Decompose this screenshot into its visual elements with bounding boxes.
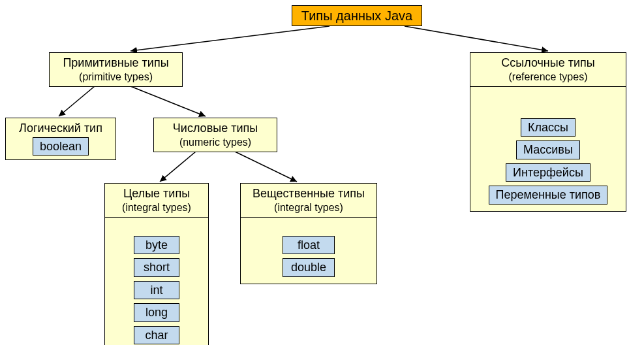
node-floating: Вещественные типы (integral types) float… [240,183,377,284]
node-primitive: Примитивные типы (primitive types) [49,52,183,87]
leaf-double: double [283,258,335,277]
node-integral-title: Целые типы [123,187,190,200]
leaf-classes: Классы [521,118,575,137]
node-floating-header: Вещественные типы (integral types) [241,184,376,217]
node-root-title: Типы данных Java [301,8,412,24]
node-numeric-header: Числовые типы (numeric types) [154,118,277,152]
node-primitive-header: Примитивные типы (primitive types) [50,53,182,86]
node-integral: Целые типы (integral types) byte short i… [104,183,209,345]
leaf-short: short [134,258,179,277]
leaf-float: float [283,236,335,255]
diagram-canvas: Типы данных Java Примитивные типы (primi… [0,0,644,345]
leaf-boolean: boolean [33,137,89,156]
node-reference-body: Классы Массивы Интерфейсы Переменные тип… [470,87,626,211]
node-root: Типы данных Java [292,5,422,26]
leaf-byte: byte [134,236,179,255]
node-floating-subtitle: (integral types) [246,201,371,214]
node-numeric-subtitle: (numeric types) [159,136,271,149]
svg-line-2 [59,86,95,116]
node-numeric-title: Числовые типы [173,122,258,135]
leaf-long: long [134,303,179,322]
svg-line-1 [405,26,548,51]
node-reference-subtitle: (reference types) [476,71,621,84]
svg-line-5 [235,152,297,182]
node-primitive-title: Примитивные типы [63,56,168,69]
node-primitive-subtitle: (primitive types) [55,71,177,84]
leaf-int: int [134,281,179,300]
node-floating-title: Вещественные типы [253,187,365,200]
svg-line-0 [130,26,330,51]
node-numeric: Числовые типы (numeric types) [153,118,277,152]
node-logical-header: Логический тип [6,118,115,137]
leaf-arrays: Массивы [516,140,580,159]
node-reference: Ссылочные типы (reference types) Классы … [470,52,626,212]
node-floating-body: float double [241,218,376,284]
node-integral-subtitle: (integral types) [110,201,203,214]
leaf-type-variables: Переменные типов [489,186,608,205]
svg-line-4 [160,152,196,182]
node-reference-header: Ссылочные типы (reference types) [470,53,626,86]
leaf-char: char [134,326,179,345]
node-logical: Логический тип boolean [5,118,116,160]
node-integral-header: Целые типы (integral types) [105,184,208,217]
svg-line-3 [130,86,206,116]
leaf-interfaces: Интерфейсы [506,163,590,182]
node-logical-title: Логический тип [19,122,102,135]
node-reference-title: Ссылочные типы [501,56,595,69]
node-integral-body: byte short int long char [105,218,208,346]
